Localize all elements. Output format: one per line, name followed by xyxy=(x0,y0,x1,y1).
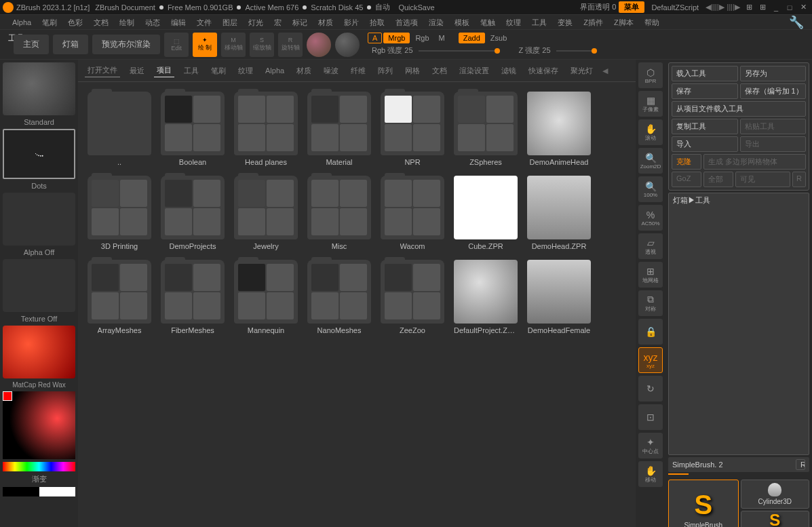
browser-item[interactable]: DefaultProject.ZPR xyxy=(454,260,518,334)
menu-item[interactable]: 绘制 xyxy=(115,16,138,29)
menu-item[interactable]: Alpha xyxy=(8,17,35,28)
browser-item[interactable]: DemoHead.ZPR xyxy=(527,176,591,250)
browser-tab[interactable]: 快速保存 xyxy=(526,64,561,77)
side-tool-button[interactable]: ⊞地网格 xyxy=(638,262,663,288)
menu-item[interactable]: 首选项 xyxy=(391,16,422,29)
move-mode-button[interactable]: M移动轴 xyxy=(221,33,246,57)
mode-rgb-button[interactable]: Rgb xyxy=(411,33,433,43)
save-increment-button[interactable]: 保存（编号加 1） xyxy=(740,83,807,99)
menu-item[interactable]: 笔触 xyxy=(476,16,499,29)
browser-tab[interactable]: Alpha xyxy=(263,65,287,76)
hue-slider[interactable] xyxy=(3,462,75,471)
browser-item[interactable]: Boolean xyxy=(161,92,225,166)
side-tool-button[interactable]: ✋滚动 xyxy=(638,119,663,145)
mode-zadd-button[interactable]: Zadd xyxy=(459,33,485,43)
goz-all-button[interactable]: 全部 xyxy=(703,172,733,187)
side-tool-button[interactable]: 🔍100% xyxy=(638,176,663,202)
current-color-chip[interactable] xyxy=(3,391,12,401)
browser-item[interactable]: DemoProjects xyxy=(161,176,225,250)
menu-item[interactable]: 拾取 xyxy=(366,16,389,29)
arrows-icon[interactable]: ◀||||▶ xyxy=(705,3,724,12)
export-button[interactable]: 导出 xyxy=(740,136,807,152)
side-tool-button[interactable]: ⬡BPR xyxy=(638,62,663,88)
browser-item[interactable]: DemoAnimeHead xyxy=(527,92,591,166)
scale-mode-button[interactable]: S缩放轴 xyxy=(250,33,274,57)
home-button[interactable]: 主页 xyxy=(14,35,49,54)
mode-m-button[interactable]: M xyxy=(435,33,449,43)
arrows-icon[interactable]: ||||▶ xyxy=(727,3,740,12)
menu-item[interactable]: 文件 xyxy=(193,16,216,29)
z-intensity-slider[interactable]: Z 强度 25 xyxy=(515,45,555,56)
browser-tab[interactable]: 阵列 xyxy=(375,64,395,77)
browser-tab[interactable]: 滤镜 xyxy=(499,64,519,77)
side-tool-button[interactable]: 🔒 xyxy=(638,319,663,345)
side-tool-button[interactable]: ⧉对称 xyxy=(638,290,663,316)
current-tool-name[interactable]: SimpleBrush. 2 xyxy=(672,461,796,469)
menu-item[interactable]: 渲染 xyxy=(425,16,448,29)
lightbox-tools-button[interactable]: 灯箱▶工具 xyxy=(668,193,809,455)
draw-mode-button[interactable]: ✦绘 制 xyxy=(193,33,217,57)
browser-tab[interactable]: 噪波 xyxy=(321,64,341,77)
browser-tab[interactable]: 笔刷 xyxy=(208,64,229,77)
browser-tab[interactable]: 项目 xyxy=(154,64,174,77)
save-button[interactable]: 保存 xyxy=(672,83,738,99)
menu-item[interactable]: 纹理 xyxy=(502,16,525,29)
rgb-intensity-slider-track[interactable] xyxy=(419,50,500,52)
ui-transparency[interactable]: 界面透明 0 xyxy=(580,2,616,12)
menu-item[interactable]: 影片 xyxy=(340,16,363,29)
maximize-icon[interactable]: □ xyxy=(784,2,796,13)
black-swatch[interactable] xyxy=(3,487,39,496)
browser-tab[interactable]: 聚光灯 xyxy=(568,64,596,77)
minimize-icon[interactable]: _ xyxy=(770,2,782,13)
menu-item[interactable]: 笔刷 xyxy=(38,16,61,29)
mode-zsub-button[interactable]: Zsub xyxy=(486,33,511,43)
side-tool-button[interactable]: ↻ xyxy=(638,376,663,402)
tool-thumb-simplebrush[interactable]: S SimpleBrush xyxy=(668,480,739,527)
menu-item[interactable]: 模板 xyxy=(450,16,473,29)
paste-tool-button[interactable]: 粘贴工具 xyxy=(740,119,807,134)
browser-tab[interactable]: 打开文件 xyxy=(85,64,120,77)
browser-tab[interactable]: 纹理 xyxy=(235,64,256,77)
window-icon[interactable]: ⊞ xyxy=(756,2,769,13)
auto-label[interactable]: 自动 xyxy=(375,2,390,12)
side-tool-button[interactable]: xyzxyz xyxy=(638,347,663,373)
rotate-mode-button[interactable]: R旋转轴 xyxy=(278,33,303,57)
browser-item[interactable]: Jewelry xyxy=(234,176,298,250)
browser-item[interactable]: NPR xyxy=(381,92,444,166)
goz-r-button[interactable]: R xyxy=(792,172,806,187)
mode-mrgb-button[interactable]: Mrgb xyxy=(383,33,410,43)
side-tool-button[interactable]: %AC50% xyxy=(638,205,663,231)
tool-thumb-cylinder[interactable]: Cylinder3D xyxy=(741,480,810,509)
menu-button[interactable]: 菜单 xyxy=(619,1,644,13)
menu-item[interactable]: 工具 xyxy=(528,16,551,29)
material-preview[interactable] xyxy=(3,326,75,378)
browser-tab[interactable]: 材质 xyxy=(294,64,314,77)
import-from-project-button[interactable]: 从项目文件载入工具 xyxy=(672,101,806,117)
browser-tab[interactable]: 文档 xyxy=(429,64,450,77)
browser-item[interactable]: Cube.ZPR xyxy=(454,176,518,250)
sphere-icon[interactable] xyxy=(307,33,331,57)
menu-item[interactable]: 色彩 xyxy=(64,16,87,29)
load-tool-button[interactable]: 载入工具 xyxy=(672,66,738,81)
alpha-preview[interactable] xyxy=(3,193,75,246)
side-tool-button[interactable]: 🔍Zoom2D xyxy=(638,148,663,174)
white-swatch[interactable] xyxy=(39,487,76,496)
browser-item[interactable]: Mannequin xyxy=(234,260,298,334)
copy-tool-button[interactable]: 复制工具 xyxy=(672,119,738,134)
lightbox-button[interactable]: 灯箱 xyxy=(53,35,88,54)
browser-item[interactable]: NanoMeshes xyxy=(307,260,371,334)
side-tool-button[interactable]: ✦中心点 xyxy=(638,433,663,458)
menu-item[interactable]: 变换 xyxy=(554,16,577,29)
browser-tab[interactable]: 渲染设置 xyxy=(457,64,492,77)
import-button[interactable]: 导入 xyxy=(672,136,738,152)
make-polymesh-button[interactable]: 生成 多边形网格物体 xyxy=(703,154,806,170)
browser-item[interactable]: Wacom xyxy=(381,176,444,250)
nav-back-icon[interactable]: ◀ xyxy=(602,66,608,75)
sculptris-icon[interactable] xyxy=(335,33,360,57)
browser-tab[interactable]: 工具 xyxy=(181,64,201,77)
tool-thumb-simplebrush-2[interactable]: S SimpleBrush xyxy=(741,511,810,528)
goz-visible-button[interactable]: 可见 xyxy=(735,172,790,187)
browser-tab[interactable]: 网格 xyxy=(402,64,423,77)
goz-button[interactable]: GoZ xyxy=(672,172,701,187)
document-name[interactable]: ZBrush Document xyxy=(95,3,155,12)
